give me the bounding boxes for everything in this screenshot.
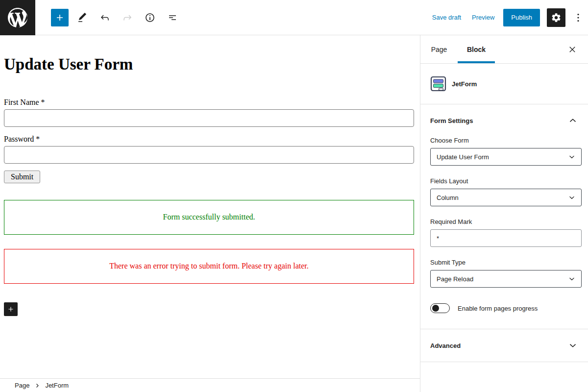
tab-page[interactable]: Page	[420, 35, 458, 63]
choose-form-select[interactable]: Update User Form	[430, 148, 582, 166]
editor-top-bar: Save draft Preview Publish	[0, 0, 588, 35]
settings-sidebar: Page Block JetForm Form Settings	[420, 35, 588, 392]
settings-button[interactable]	[547, 8, 565, 27]
chevron-down-icon	[567, 274, 576, 283]
fields-layout-select[interactable]: Column	[430, 189, 582, 206]
breadcrumb: Page JetForm	[0, 378, 420, 392]
required-mark-input[interactable]	[430, 229, 582, 247]
choose-form-value: Update User Form	[437, 153, 489, 161]
tab-block[interactable]: Block	[458, 35, 495, 63]
required-mark-label: Required Mark	[430, 218, 582, 225]
password-input[interactable]	[4, 146, 414, 164]
password-label: Password *	[4, 135, 414, 144]
document-details-button[interactable]	[141, 9, 159, 26]
close-sidebar-button[interactable]	[564, 42, 580, 57]
toolbar-left	[51, 9, 181, 26]
post-title[interactable]: Update User Form	[4, 55, 414, 74]
toggle-knob	[432, 305, 439, 312]
redo-icon	[122, 12, 133, 24]
undo-button[interactable]	[96, 9, 114, 26]
wordpress-icon	[8, 8, 27, 27]
add-block-button[interactable]	[4, 302, 18, 316]
chevron-down-icon	[567, 152, 576, 161]
submit-type-select[interactable]: Page Reload	[430, 270, 582, 288]
publish-button[interactable]: Publish	[503, 9, 540, 26]
breadcrumb-page[interactable]: Page	[15, 382, 29, 389]
form-settings-title: Form Settings	[430, 117, 473, 124]
chevron-right-icon	[34, 383, 40, 389]
kebab-menu-icon	[572, 12, 584, 24]
gear-icon	[551, 12, 562, 23]
options-menu-button[interactable]	[572, 8, 584, 27]
pencil-icon	[76, 12, 88, 24]
toolbar-right: Save draft Preview Publish	[430, 8, 588, 27]
chevron-down-icon	[567, 340, 578, 351]
form-settings-panel-toggle[interactable]: Form Settings	[420, 104, 588, 137]
form-success-message: Form successfully submitted.	[4, 200, 414, 235]
close-icon	[568, 45, 577, 54]
list-view-icon	[167, 12, 178, 24]
chevron-up-icon	[567, 115, 578, 126]
sidebar-tabs: Page Block	[420, 35, 588, 64]
advanced-title: Advanced	[430, 342, 461, 349]
info-icon	[144, 12, 156, 24]
breadcrumb-jetform[interactable]: JetForm	[45, 382, 69, 389]
submit-type-label: Submit Type	[430, 259, 582, 266]
plus-icon	[6, 305, 15, 314]
redo-button[interactable]	[119, 9, 136, 26]
submit-type-value: Page Reload	[437, 275, 473, 283]
first-name-input[interactable]	[4, 109, 414, 127]
list-view-button[interactable]	[164, 9, 181, 26]
save-draft-button[interactable]: Save draft	[430, 11, 463, 24]
choose-form-label: Choose Form	[430, 137, 582, 144]
advanced-panel-toggle[interactable]: Advanced	[420, 329, 588, 362]
preview-button[interactable]: Preview	[470, 11, 496, 24]
chevron-down-icon	[567, 193, 576, 202]
edit-mode-button[interactable]	[74, 9, 91, 26]
wordpress-logo[interactable]	[0, 0, 35, 35]
fields-layout-value: Column	[437, 194, 459, 201]
fields-layout-label: Fields Layout	[430, 177, 582, 185]
form-submit-button[interactable]: Submit	[4, 171, 40, 183]
plus-icon	[54, 12, 66, 24]
form-settings-panel: Choose Form Update User Form Fields Layo…	[420, 137, 588, 329]
form-pages-progress-label: Enable form pages progress	[458, 305, 538, 312]
block-inserter-button[interactable]	[51, 9, 69, 26]
block-name: JetForm	[452, 80, 477, 88]
form-error-message: There was an error trying to submit form…	[4, 249, 414, 284]
undo-icon	[99, 12, 111, 24]
selected-block-card: JetForm	[420, 64, 588, 104]
form-pages-progress-toggle[interactable]	[430, 303, 450, 313]
first-name-label: First Name *	[4, 98, 414, 107]
jetform-block-icon	[430, 75, 447, 92]
form-pages-progress-row: Enable form pages progress	[430, 303, 582, 313]
editor-canvas: Update User Form First Name * Password *…	[0, 35, 420, 392]
